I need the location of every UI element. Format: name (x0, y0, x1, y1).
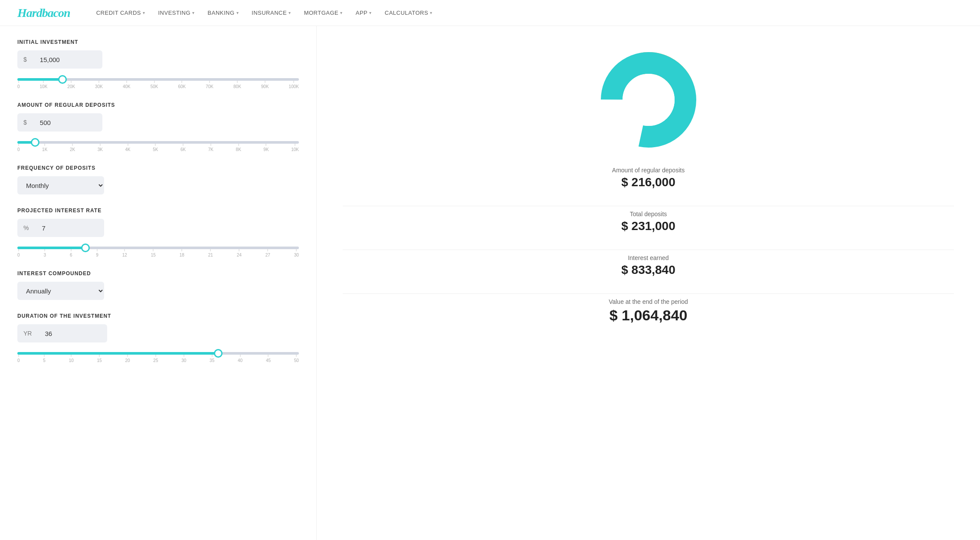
frequency-label: FREQUENCY OF DEPOSITS (17, 165, 299, 171)
left-panel: INITIAL INVESTMENT $ 010K20K30K40K50K60K… (0, 26, 317, 540)
frequency-section: FREQUENCY OF DEPOSITS Daily Weekly Month… (17, 165, 299, 194)
compounded-select[interactable]: Daily Weekly Monthly Annually (17, 282, 104, 300)
donut-chart (597, 48, 701, 154)
initial-investment-input-row: $ (17, 50, 299, 69)
interest-rate-ticks: 036912151821242730 (17, 253, 299, 257)
interest-earned-stat-label: Interest earned (621, 254, 675, 261)
chevron-down-icon: ▾ (369, 10, 372, 15)
nav-item-app[interactable]: APP ▾ (356, 10, 372, 16)
nav-link-app[interactable]: APP ▾ (356, 10, 372, 16)
regular-deposits-stat-value: $ 216,000 (612, 175, 685, 189)
frequency-select[interactable]: Daily Weekly Monthly Annually (17, 176, 104, 194)
initial-investment-slider-container: 010K20K30K40K50K60K70K80K90K100K (17, 75, 299, 89)
interest-rate-input-row: % (17, 219, 299, 237)
divider-2 (343, 250, 954, 250)
duration-field[interactable] (38, 324, 107, 342)
nav-link-calculators[interactable]: CALCULATORS ▾ (385, 10, 433, 16)
nav-link-investing[interactable]: INVESTING ▾ (158, 10, 194, 16)
initial-investment-section: INITIAL INVESTMENT $ 010K20K30K40K50K60K… (17, 39, 299, 89)
regular-deposits-label: AMOUNT OF REGULAR DEPOSITS (17, 102, 299, 108)
regular-deposits-stat: Amount of regular deposits $ 216,000 (612, 167, 685, 189)
initial-investment-label: INITIAL INVESTMENT (17, 39, 299, 45)
interest-rate-prefix: % (17, 219, 35, 237)
total-deposits-stat: Total deposits $ 231,000 (621, 211, 675, 233)
nav-item-mortgage[interactable]: MORTGAGE ▾ (304, 10, 343, 16)
compounded-section: INTEREST COMPOUNDED Daily Weekly Monthly… (17, 270, 299, 300)
nav-link-credit-cards[interactable]: CREDIT CARDS ▾ (96, 10, 145, 16)
main-layout: INITIAL INVESTMENT $ 010K20K30K40K50K60K… (0, 26, 980, 540)
interest-rate-slider-container: 036912151821242730 (17, 243, 299, 257)
chevron-down-icon: ▾ (143, 10, 145, 15)
nav-item-banking[interactable]: BANKING ▾ (208, 10, 239, 16)
initial-investment-slider[interactable] (17, 78, 299, 81)
regular-deposits-ticks: 01K2K3K4K5K6K7K8K9K10K (17, 147, 299, 152)
interest-rate-label: PROJECTED INTEREST RATE (17, 207, 299, 214)
divider-3 (343, 293, 954, 294)
chevron-down-icon: ▾ (288, 10, 291, 15)
duration-slider[interactable] (17, 352, 299, 355)
interest-rate-section: PROJECTED INTEREST RATE % 03691215182124… (17, 207, 299, 257)
duration-slider-container: 05101520253035404550 (17, 349, 299, 363)
duration-label: DURATION OF THE INVESTMENT (17, 313, 299, 319)
chevron-down-icon: ▾ (430, 10, 433, 15)
period-value-stat: Value at the end of the period $ 1,064,8… (609, 298, 688, 324)
total-deposits-stat-label: Total deposits (621, 211, 675, 217)
right-panel: Amount of regular deposits $ 216,000 Tot… (317, 26, 980, 540)
navbar: Hardbacon CREDIT CARDS ▾INVESTING ▾BANKI… (0, 0, 980, 26)
site-logo[interactable]: Hardbacon (17, 6, 70, 20)
regular-deposits-slider-container: 01K2K3K4K5K6K7K8K9K10K (17, 138, 299, 152)
nav-link-banking[interactable]: BANKING ▾ (208, 10, 239, 16)
period-value-stat-value: $ 1,064,840 (609, 307, 688, 324)
regular-deposits-section: AMOUNT OF REGULAR DEPOSITS $ 01K2K3K4K5K… (17, 102, 299, 152)
nav-link-insurance[interactable]: INSURANCE ▾ (252, 10, 291, 16)
interest-rate-slider[interactable] (17, 247, 299, 249)
svg-point-2 (623, 74, 675, 126)
nav-item-credit-cards[interactable]: CREDIT CARDS ▾ (96, 10, 145, 16)
duration-input-row: YR (17, 324, 299, 342)
period-value-stat-label: Value at the end of the period (609, 298, 688, 305)
compounded-label: INTEREST COMPOUNDED (17, 270, 299, 277)
duration-ticks: 05101520253035404550 (17, 358, 299, 363)
nav-link-mortgage[interactable]: MORTGAGE ▾ (304, 10, 343, 16)
regular-deposits-slider[interactable] (17, 141, 299, 144)
nav-item-calculators[interactable]: CALCULATORS ▾ (385, 10, 433, 16)
divider-1 (343, 206, 954, 206)
chevron-down-icon: ▾ (236, 10, 239, 15)
regular-deposits-prefix: $ (17, 113, 33, 132)
initial-investment-field[interactable] (33, 50, 102, 69)
chevron-down-icon: ▾ (340, 10, 343, 15)
regular-deposits-field[interactable] (33, 113, 102, 132)
nav-item-investing[interactable]: INVESTING ▾ (158, 10, 194, 16)
initial-investment-prefix: $ (17, 50, 33, 69)
interest-earned-stat-value: $ 833,840 (621, 263, 675, 277)
regular-deposits-stat-label: Amount of regular deposits (612, 167, 685, 174)
regular-deposits-input-row: $ (17, 113, 299, 132)
initial-investment-ticks: 010K20K30K40K50K60K70K80K90K100K (17, 84, 299, 89)
chevron-down-icon: ▾ (192, 10, 195, 15)
total-deposits-stat-value: $ 231,000 (621, 219, 675, 233)
interest-earned-stat: Interest earned $ 833,840 (621, 254, 675, 277)
interest-rate-field[interactable] (35, 219, 104, 237)
nav-links: CREDIT CARDS ▾INVESTING ▾BANKING ▾INSURA… (96, 10, 433, 16)
duration-section: DURATION OF THE INVESTMENT YR 0510152025… (17, 313, 299, 363)
duration-prefix: YR (17, 324, 38, 342)
nav-item-insurance[interactable]: INSURANCE ▾ (252, 10, 291, 16)
